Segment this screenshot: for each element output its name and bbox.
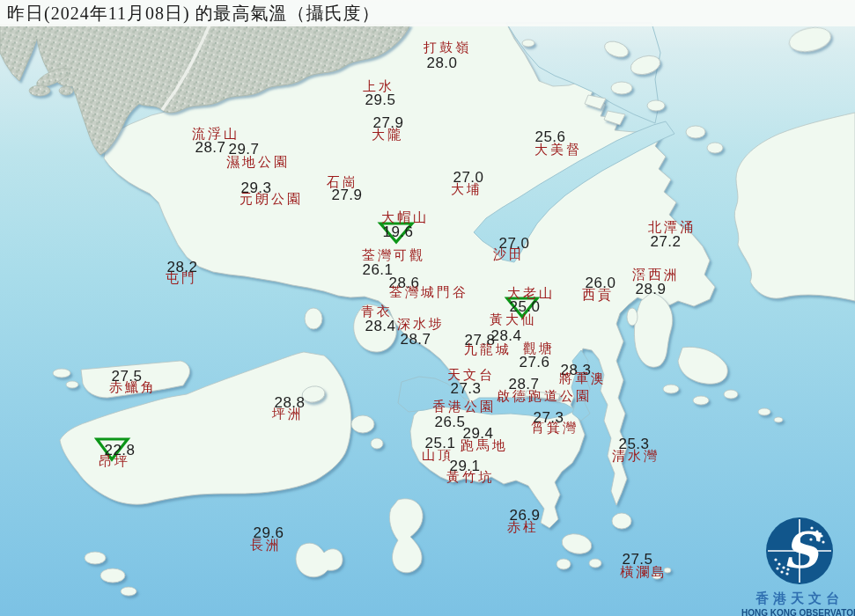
weather-map-page: 昨日(2024年11月08日) 的最高氣溫（攝氏度） 28.0 打鼓嶺 29.5… xyxy=(0,0,855,616)
svg-text:S: S xyxy=(783,521,822,579)
hko-logo: S 香港天文台 HONG KONG OBSERVATORY xyxy=(741,516,855,616)
hko-logo-chinese: 香港天文台 xyxy=(741,592,855,605)
hko-logo-english: HONG KONG OBSERVATORY xyxy=(741,609,855,616)
tung-lung-chau xyxy=(612,513,631,529)
junk-bay xyxy=(571,350,590,421)
map-title: 昨日(2024年11月08日) 的最高氣溫（攝氏度） xyxy=(0,0,855,26)
hko-logo-icon: S xyxy=(764,516,835,586)
waglan-islets xyxy=(652,574,661,579)
ma-wan xyxy=(305,308,322,329)
hong-kong-map xyxy=(0,0,855,616)
